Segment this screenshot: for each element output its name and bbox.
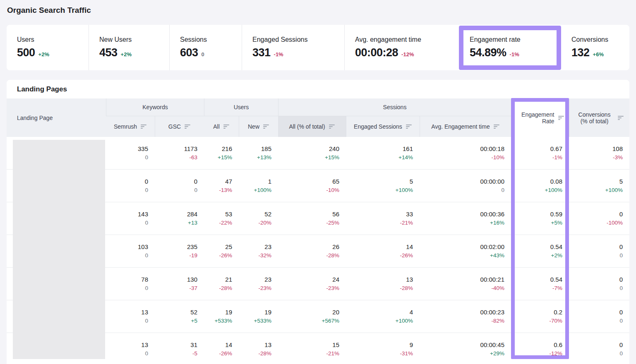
cell-conversions: 00 xyxy=(569,300,629,333)
cell-change: +533% xyxy=(215,317,232,325)
gsc-keywords-link[interactable]: 1173 xyxy=(184,144,197,153)
kpi-change: -1% xyxy=(510,51,519,57)
kpi-label: Engagement rate xyxy=(470,36,561,43)
gsc-keywords-link[interactable]: 31 xyxy=(190,340,197,350)
cell-sessions-all: 15-21% xyxy=(278,333,346,364)
cell-change: -10% xyxy=(491,153,504,162)
column-header-engagement-rate[interactable]: Engagement Rate xyxy=(511,98,569,137)
column-header-engaged-sessions[interactable]: Engaged Sessions xyxy=(346,116,420,137)
sort-icon[interactable] xyxy=(185,124,191,129)
cell-conversions: 00 xyxy=(569,333,629,364)
sort-icon[interactable] xyxy=(263,124,269,129)
cell-value: 0.54 xyxy=(550,275,562,284)
gsc-keywords-link[interactable]: 0 xyxy=(194,177,197,186)
cell-change: -63 xyxy=(189,153,197,162)
cell-change: 0 xyxy=(145,317,148,325)
semrush-keywords-link[interactable]: 78 xyxy=(141,275,148,284)
cell-gsc: 130-37 xyxy=(155,268,204,300)
cell-change: +5% xyxy=(551,219,562,227)
cell-value: 1 xyxy=(268,177,271,186)
cell-semrush: 00 xyxy=(106,170,155,202)
semrush-keywords-link[interactable]: 13 xyxy=(141,308,148,317)
semrush-keywords-link[interactable]: 0 xyxy=(145,177,148,186)
cell-change: +100% xyxy=(396,317,413,325)
cell-avg-engagement-time: 00:00:21-40% xyxy=(420,268,511,300)
cell-avg-engagement-time: 00:00:18-10% xyxy=(420,137,511,169)
cell-value: 24 xyxy=(332,275,339,284)
cell-change: +43% xyxy=(490,251,504,260)
kpi-label: Conversions xyxy=(571,36,629,43)
gsc-keywords-link[interactable]: 284 xyxy=(187,210,197,219)
cell-change: -31% xyxy=(400,350,413,358)
cell-users-all: 21-28% xyxy=(204,268,239,300)
cell-engaged-sessions: 5+100% xyxy=(346,170,420,202)
kpi-label: Users xyxy=(17,36,89,43)
column-header-avg-engagement-time[interactable]: Avg. Engagement time xyxy=(420,116,511,137)
cell-value: 216 xyxy=(222,144,232,153)
column-header-sessions-all[interactable]: All (% of total) xyxy=(278,116,346,137)
column-header-semrush[interactable]: Semrush xyxy=(106,116,155,137)
cell-change: -37 xyxy=(189,284,197,292)
cell-semrush: 130 xyxy=(106,333,155,364)
cell-value: 53 xyxy=(225,210,232,219)
cell-change: -21% xyxy=(400,219,413,227)
cell-change: -10% xyxy=(326,186,339,194)
semrush-keywords-link[interactable]: 143 xyxy=(138,210,148,219)
cell-semrush: 780 xyxy=(106,268,155,300)
cell-change: -12% xyxy=(549,350,562,358)
cell-engagement-rate: 0.59+5% xyxy=(511,202,569,235)
cell-value: 33 xyxy=(406,210,413,219)
sort-icon[interactable] xyxy=(494,124,500,129)
cell-change: 0 xyxy=(619,317,623,325)
cell-change: +100% xyxy=(254,186,271,194)
cell-value: 00:00:23 xyxy=(480,308,504,317)
cell-value: 0.67 xyxy=(550,144,562,153)
cell-change: +15% xyxy=(218,153,232,162)
cell-conversions: 5+100% xyxy=(569,170,629,202)
cell-semrush: 130 xyxy=(106,300,155,333)
column-header-users-all[interactable]: All xyxy=(204,116,239,137)
sort-icon[interactable] xyxy=(558,115,564,121)
kpi-sessions: Sessions6030 xyxy=(169,25,242,70)
cell-engaged-sessions: 33-21% xyxy=(346,202,420,235)
cell-gsc: 00 xyxy=(155,170,204,202)
gsc-keywords-link[interactable]: 235 xyxy=(187,242,197,251)
cell-change: -5 xyxy=(192,350,197,358)
cell-users-new: 23-23% xyxy=(239,268,278,300)
column-header-gsc[interactable]: GSC xyxy=(155,116,204,137)
kpi-change: +2% xyxy=(38,51,49,57)
cell-value: 0 xyxy=(619,308,623,317)
kpi-engaged-sessions: Engaged Sessions331-1% xyxy=(242,25,344,70)
cell-semrush: 1430 xyxy=(106,202,155,235)
cell-gsc: 31-5 xyxy=(155,333,204,364)
cell-value: 15 xyxy=(332,340,339,350)
cell-value: 00:00:00 xyxy=(480,177,504,186)
cell-value: 13 xyxy=(264,340,271,350)
cell-semrush: 1030 xyxy=(106,235,155,267)
sort-icon[interactable] xyxy=(406,124,412,129)
semrush-keywords-link[interactable]: 13 xyxy=(141,340,148,350)
sort-icon[interactable] xyxy=(618,115,624,121)
semrush-keywords-link[interactable]: 335 xyxy=(138,144,148,153)
cell-change: 0 xyxy=(145,186,148,194)
cell-conversions: 0-100% xyxy=(569,202,629,235)
column-group-keywords: Keywords xyxy=(106,98,204,116)
cell-engaged-sessions: 4+100% xyxy=(346,300,420,333)
sort-icon[interactable] xyxy=(141,124,147,129)
sort-icon[interactable] xyxy=(329,124,335,129)
semrush-keywords-link[interactable]: 103 xyxy=(138,242,148,251)
cell-users-all: 25-26% xyxy=(204,235,239,267)
cell-engagement-rate: 0.54-7% xyxy=(511,268,569,300)
column-header-conversions[interactable]: Conversions (% of total) xyxy=(569,98,629,137)
cell-value: 14 xyxy=(225,340,232,350)
cell-sessions-all: 65-10% xyxy=(278,170,346,202)
cell-users-new: 23-32% xyxy=(239,235,278,267)
gsc-keywords-link[interactable]: 52 xyxy=(190,308,197,317)
cell-users-all: 216+15% xyxy=(204,137,239,169)
cell-change: +567% xyxy=(322,317,339,325)
gsc-keywords-link[interactable]: 130 xyxy=(187,275,197,284)
sort-icon[interactable] xyxy=(223,124,230,129)
cell-engaged-sessions: 14-26% xyxy=(346,235,420,267)
cell-change: 0 xyxy=(501,186,504,194)
column-header-users-new[interactable]: New xyxy=(239,116,278,137)
